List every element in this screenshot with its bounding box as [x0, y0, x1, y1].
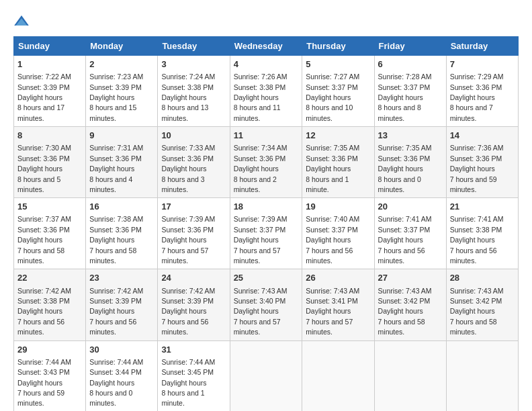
calendar-cell: 30Sunrise: 7:44 AMSunset: 3:44 PMDayligh… [86, 340, 158, 411]
calendar-cell [446, 340, 518, 411]
header-friday: Friday [374, 37, 446, 56]
calendar-cell: 18Sunrise: 7:39 AMSunset: 3:37 PMDayligh… [230, 198, 302, 269]
day-info: Sunrise: 7:40 AMSunset: 3:37 PMDaylight … [306, 215, 359, 265]
calendar-cell: 31Sunrise: 7:44 AMSunset: 3:45 PMDayligh… [158, 340, 230, 411]
logo [13, 13, 32, 30]
day-number: 13 [378, 130, 443, 142]
day-info: Sunrise: 7:44 AMSunset: 3:44 PMDaylight … [89, 358, 143, 408]
day-number: 6 [378, 58, 443, 71]
day-info: Sunrise: 7:42 AMSunset: 3:39 PMDaylight … [89, 287, 143, 336]
day-info: Sunrise: 7:43 AMSunset: 3:42 PMDaylight … [378, 287, 432, 336]
day-number: 2 [89, 58, 154, 71]
calendar-cell: 23Sunrise: 7:42 AMSunset: 3:39 PMDayligh… [86, 269, 158, 340]
day-info: Sunrise: 7:24 AMSunset: 3:38 PMDaylight … [161, 73, 215, 122]
calendar-cell: 10Sunrise: 7:33 AMSunset: 3:36 PMDayligh… [158, 127, 230, 198]
day-info: Sunrise: 7:37 AMSunset: 3:36 PMDaylight … [17, 215, 71, 265]
calendar-cell: 5Sunrise: 7:27 AMSunset: 3:37 PMDaylight… [302, 56, 374, 127]
calendar-cell: 19Sunrise: 7:40 AMSunset: 3:37 PMDayligh… [302, 198, 374, 269]
day-info: Sunrise: 7:38 AMSunset: 3:36 PMDaylight … [89, 215, 143, 265]
header-saturday: Saturday [446, 37, 518, 56]
day-number: 17 [161, 201, 226, 213]
day-info: Sunrise: 7:35 AMSunset: 3:36 PMDaylight … [378, 144, 432, 193]
day-info: Sunrise: 7:44 AMSunset: 3:45 PMDaylight … [161, 358, 215, 408]
day-info: Sunrise: 7:43 AMSunset: 3:41 PMDaylight … [306, 287, 359, 336]
day-number: 18 [234, 201, 299, 213]
day-info: Sunrise: 7:35 AMSunset: 3:36 PMDaylight … [306, 144, 359, 193]
calendar-cell: 21Sunrise: 7:41 AMSunset: 3:38 PMDayligh… [446, 198, 518, 269]
day-number: 22 [17, 272, 82, 284]
day-info: Sunrise: 7:29 AMSunset: 3:36 PMDaylight … [450, 73, 504, 122]
day-number: 11 [234, 130, 299, 142]
day-number: 27 [378, 272, 443, 284]
day-info: Sunrise: 7:41 AMSunset: 3:38 PMDaylight … [450, 215, 504, 265]
calendar-cell: 16Sunrise: 7:38 AMSunset: 3:36 PMDayligh… [86, 198, 158, 269]
calendar-cell: 8Sunrise: 7:30 AMSunset: 3:36 PMDaylight… [14, 127, 86, 198]
calendar-cell: 27Sunrise: 7:43 AMSunset: 3:42 PMDayligh… [374, 269, 446, 340]
calendar-week-3: 15Sunrise: 7:37 AMSunset: 3:36 PMDayligh… [14, 198, 519, 269]
day-number: 28 [450, 272, 515, 284]
calendar-cell: 4Sunrise: 7:26 AMSunset: 3:38 PMDaylight… [230, 56, 302, 127]
calendar-cell: 3Sunrise: 7:24 AMSunset: 3:38 PMDaylight… [158, 56, 230, 127]
calendar-cell: 26Sunrise: 7:43 AMSunset: 3:41 PMDayligh… [302, 269, 374, 340]
calendar-week-4: 22Sunrise: 7:42 AMSunset: 3:38 PMDayligh… [14, 269, 519, 340]
header-sunday: Sunday [14, 37, 86, 56]
day-info: Sunrise: 7:43 AMSunset: 3:40 PMDaylight … [234, 287, 287, 336]
header-wednesday: Wednesday [230, 37, 302, 56]
logo-icon [13, 13, 30, 30]
calendar-header-row: SundayMondayTuesdayWednesdayThursdayFrid… [14, 37, 519, 56]
day-number: 8 [17, 130, 82, 142]
calendar-cell: 28Sunrise: 7:43 AMSunset: 3:42 PMDayligh… [446, 269, 518, 340]
day-info: Sunrise: 7:27 AMSunset: 3:37 PMDaylight … [306, 73, 359, 122]
day-info: Sunrise: 7:43 AMSunset: 3:42 PMDaylight … [450, 287, 504, 336]
day-number: 19 [306, 201, 370, 213]
day-number: 9 [89, 130, 154, 142]
day-number: 3 [161, 58, 226, 71]
day-number: 16 [89, 201, 154, 213]
calendar-week-2: 8Sunrise: 7:30 AMSunset: 3:36 PMDaylight… [14, 127, 519, 198]
day-info: Sunrise: 7:26 AMSunset: 3:38 PMDaylight … [234, 73, 287, 122]
calendar-cell [230, 340, 302, 411]
day-info: Sunrise: 7:44 AMSunset: 3:43 PMDaylight … [17, 358, 71, 408]
day-number: 4 [234, 58, 299, 71]
day-number: 30 [89, 344, 154, 356]
day-info: Sunrise: 7:42 AMSunset: 3:38 PMDaylight … [17, 287, 71, 336]
day-number: 20 [378, 201, 443, 213]
calendar-cell: 20Sunrise: 7:41 AMSunset: 3:37 PMDayligh… [374, 198, 446, 269]
calendar-cell: 2Sunrise: 7:23 AMSunset: 3:39 PMDaylight… [86, 56, 158, 127]
header-monday: Monday [86, 37, 158, 56]
day-number: 24 [161, 272, 226, 284]
calendar-week-5: 29Sunrise: 7:44 AMSunset: 3:43 PMDayligh… [14, 340, 519, 411]
day-number: 25 [234, 272, 299, 284]
calendar-cell [374, 340, 446, 411]
day-info: Sunrise: 7:23 AMSunset: 3:39 PMDaylight … [89, 73, 143, 122]
day-number: 5 [306, 58, 370, 71]
header-thursday: Thursday [302, 37, 374, 56]
page-header [13, 13, 519, 30]
day-info: Sunrise: 7:39 AMSunset: 3:36 PMDaylight … [161, 215, 215, 265]
day-number: 26 [306, 272, 370, 284]
day-number: 21 [450, 201, 515, 213]
day-info: Sunrise: 7:42 AMSunset: 3:39 PMDaylight … [161, 287, 215, 336]
calendar-cell: 13Sunrise: 7:35 AMSunset: 3:36 PMDayligh… [374, 127, 446, 198]
calendar-week-1: 1Sunrise: 7:22 AMSunset: 3:39 PMDaylight… [14, 56, 519, 127]
calendar-table: SundayMondayTuesdayWednesdayThursdayFrid… [13, 36, 519, 411]
calendar-cell: 25Sunrise: 7:43 AMSunset: 3:40 PMDayligh… [230, 269, 302, 340]
day-info: Sunrise: 7:30 AMSunset: 3:36 PMDaylight … [17, 144, 71, 193]
day-info: Sunrise: 7:28 AMSunset: 3:37 PMDaylight … [378, 73, 432, 122]
calendar-cell: 1Sunrise: 7:22 AMSunset: 3:39 PMDaylight… [14, 56, 86, 127]
calendar-cell: 29Sunrise: 7:44 AMSunset: 3:43 PMDayligh… [14, 340, 86, 411]
day-number: 10 [161, 130, 226, 142]
day-number: 14 [450, 130, 515, 142]
day-number: 1 [17, 58, 82, 71]
calendar-cell: 17Sunrise: 7:39 AMSunset: 3:36 PMDayligh… [158, 198, 230, 269]
calendar-cell: 7Sunrise: 7:29 AMSunset: 3:36 PMDaylight… [446, 56, 518, 127]
day-number: 29 [17, 344, 82, 356]
day-info: Sunrise: 7:39 AMSunset: 3:37 PMDaylight … [234, 215, 287, 265]
day-number: 7 [450, 58, 515, 71]
calendar-cell: 11Sunrise: 7:34 AMSunset: 3:36 PMDayligh… [230, 127, 302, 198]
calendar-cell: 6Sunrise: 7:28 AMSunset: 3:37 PMDaylight… [374, 56, 446, 127]
day-number: 31 [161, 344, 226, 356]
day-info: Sunrise: 7:22 AMSunset: 3:39 PMDaylight … [17, 73, 71, 122]
day-info: Sunrise: 7:31 AMSunset: 3:36 PMDaylight … [89, 144, 143, 193]
day-info: Sunrise: 7:36 AMSunset: 3:36 PMDaylight … [450, 144, 504, 193]
